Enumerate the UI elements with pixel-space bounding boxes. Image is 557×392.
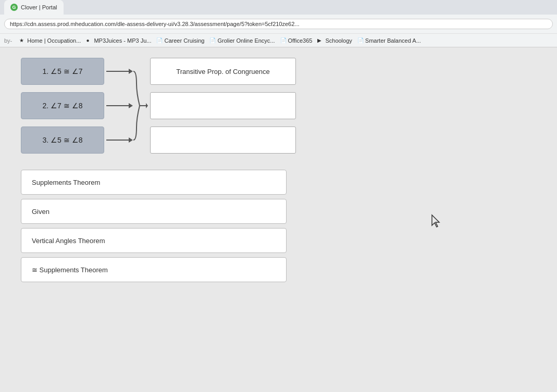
tab-favicon: G xyxy=(10,4,18,11)
statement-1-text: 1. ∠5 ≅ ∠7 xyxy=(43,67,83,75)
bookmarks-bar: by- ★ Home | Occupation... ● MP3Juices -… xyxy=(0,33,557,47)
reasons-column: Transitive Prop. of Congruence xyxy=(150,58,296,154)
answer-choice-4[interactable]: ≅ Supplements Theorem xyxy=(21,257,287,282)
active-tab[interactable]: G Clover | Portal xyxy=(4,0,64,15)
answer-1-text: Supplements Theorem xyxy=(32,179,100,186)
cursor-indicator xyxy=(430,214,442,230)
browser-chrome: G Clover | Portal https://cdn.assess.pro… xyxy=(0,0,557,47)
schoology-icon: ▶ xyxy=(317,37,324,44)
proof-section: 1. ∠5 ≅ ∠7 2. ∠7 ≅ ∠8 3. ∠5 ≅ ∠8 xyxy=(21,58,541,154)
bookmark-career-label: Career Cruising xyxy=(164,37,204,44)
answer-choice-3[interactable]: Vertical Angles Theorem xyxy=(21,228,287,253)
bookmark-smarter-label: Smarter Balanced A... xyxy=(365,37,421,44)
bookmark-grolier[interactable]: 📄 Grolier Online Encyc... xyxy=(209,37,275,44)
bookmark-mp3-label: MP3Juices - MP3 Ju... xyxy=(94,37,151,44)
svg-marker-1 xyxy=(129,69,133,74)
address-bar[interactable]: https://cdn.assess.prod.mheducation.com/… xyxy=(4,19,553,29)
svg-marker-3 xyxy=(129,103,133,108)
bookmark-schoology-label: Schoology xyxy=(325,37,352,44)
bookmark-home-label: Home | Occupation... xyxy=(27,37,81,44)
answer-section: Supplements Theorem Given Vertical Angle… xyxy=(21,170,541,282)
statement-2-text: 2. ∠7 ≅ ∠8 xyxy=(43,102,83,110)
bookmark-career[interactable]: 📄 Career Cruising xyxy=(156,37,204,44)
answer-2-text: Given xyxy=(32,208,49,216)
bookmark-mp3[interactable]: ● MP3Juices - MP3 Ju... xyxy=(86,37,151,44)
reason-2[interactable] xyxy=(150,92,296,119)
reason-1-text: Transitive Prop. of Congruence xyxy=(176,68,269,75)
main-content: 1. ∠5 ≅ ∠7 2. ∠7 ≅ ∠8 3. ∠5 ≅ ∠8 xyxy=(0,47,557,391)
connector-svg xyxy=(106,58,148,154)
answer-4-text: ≅ Supplements Theorem xyxy=(32,266,108,274)
star-icon: ★ xyxy=(19,37,26,44)
doc-icon-office: 📄 xyxy=(280,37,287,44)
reason-gap-1 xyxy=(150,85,296,92)
address-text: https://cdn.assess.prod.mheducation.com/… xyxy=(10,21,300,27)
bookmark-office365[interactable]: 📄 Office365 xyxy=(280,37,313,44)
bookmark-smarter[interactable]: 📄 Smarter Balanced A... xyxy=(357,37,421,44)
reason-3[interactable] xyxy=(150,127,296,154)
answer-choice-1[interactable]: Supplements Theorem xyxy=(21,170,287,195)
bookmark-home[interactable]: ★ Home | Occupation... xyxy=(19,37,81,44)
tab-bar: G Clover | Portal xyxy=(0,0,557,15)
statement-3-text: 3. ∠5 ≅ ∠8 xyxy=(43,136,83,144)
statements-column: 1. ∠5 ≅ ∠7 2. ∠7 ≅ ∠8 3. ∠5 ≅ ∠8 xyxy=(21,58,104,154)
reason-gap-2 xyxy=(150,119,296,127)
tab-title: Clover | Portal xyxy=(21,4,57,10)
statement-2: 2. ∠7 ≅ ∠8 xyxy=(21,92,104,119)
by-label: by- xyxy=(4,37,12,44)
reason-1[interactable]: Transitive Prop. of Congruence xyxy=(150,58,296,85)
doc-icon-career: 📄 xyxy=(156,37,163,44)
answer-choice-2[interactable]: Given xyxy=(21,199,287,224)
statement-3: 3. ∠5 ≅ ∠8 xyxy=(21,127,104,154)
statement-1: 1. ∠5 ≅ ∠7 xyxy=(21,58,104,85)
cursor-icon xyxy=(430,214,442,229)
bookmark-grolier-label: Grolier Online Encyc... xyxy=(217,37,275,44)
bookmark-office-label: Office365 xyxy=(288,37,313,44)
mp3-icon: ● xyxy=(86,37,92,44)
address-bar-row: https://cdn.assess.prod.mheducation.com/… xyxy=(0,15,557,33)
bookmark-schoology[interactable]: ▶ Schoology xyxy=(317,37,352,44)
svg-marker-7 xyxy=(146,103,148,108)
doc-icon-smarter: 📄 xyxy=(357,37,364,44)
svg-marker-5 xyxy=(129,137,133,143)
doc-icon-grolier: 📄 xyxy=(209,37,216,44)
answer-3-text: Vertical Angles Theorem xyxy=(32,237,105,245)
